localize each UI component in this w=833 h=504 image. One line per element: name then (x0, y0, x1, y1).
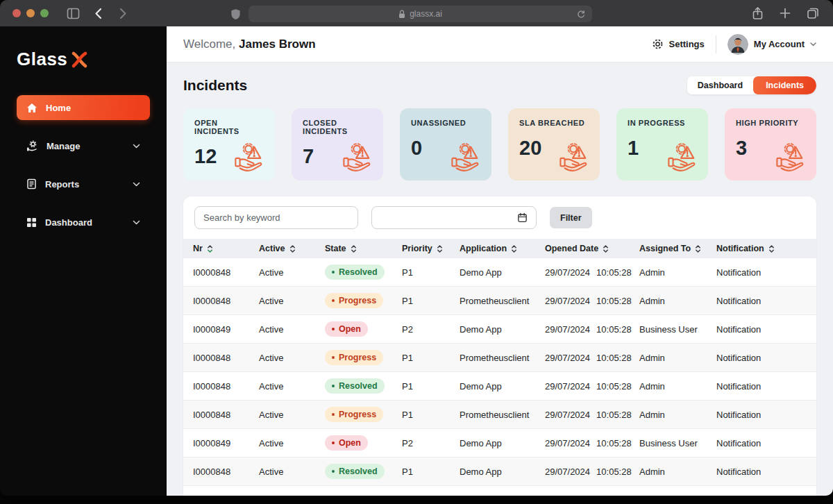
stat-card-sla-breached: SLA BREACHED 20 (508, 108, 600, 180)
stat-label: UNASSIGNED (411, 119, 480, 127)
cell-active: Active (259, 410, 325, 420)
column-header-state[interactable]: State (325, 244, 402, 253)
tab-dashboard[interactable]: Dashboard (687, 76, 753, 94)
reload-button[interactable] (575, 8, 587, 20)
column-header-priority[interactable]: Priority (402, 244, 460, 253)
settings-button[interactable]: Settings (652, 38, 705, 50)
sidebar-item-reports[interactable]: Reports (17, 171, 150, 196)
hand-alert-icon (450, 140, 482, 172)
sidebar-toggle-button[interactable] (64, 4, 82, 22)
dashboard-icon (26, 217, 37, 228)
my-account-button[interactable]: My Account (727, 34, 816, 55)
window-controls (12, 9, 49, 17)
privacy-shield-button[interactable] (226, 5, 244, 23)
zoom-window-button[interactable] (40, 9, 49, 17)
filter-button[interactable]: Filter (550, 207, 592, 228)
settings-label: Settings (669, 39, 705, 49)
cell-application: Prometheusclient (460, 410, 545, 420)
state-badge: Open (325, 435, 368, 451)
stat-label: HIGH PRIORITY (736, 119, 805, 127)
table-row[interactable]: I0000848 Active Progress P1 Prometheuscl… (183, 401, 816, 429)
new-tab-button[interactable] (776, 4, 794, 22)
forward-button[interactable] (114, 4, 132, 22)
column-header-assigned-to[interactable]: Assigned To (639, 244, 716, 253)
search-input[interactable] (194, 206, 358, 229)
cell-nr: I0000848 (193, 467, 259, 477)
cell-active: Active (259, 296, 325, 306)
table-header: Nr Active State (183, 239, 816, 258)
cell-application: Prometheusclient (460, 296, 545, 306)
column-header-active[interactable]: Active (259, 244, 325, 253)
cell-application: Demo App (460, 381, 545, 392)
shield-icon (230, 8, 241, 20)
stat-label: OPEN INCIDENTS (194, 119, 264, 135)
cell-nr: I0000848 (193, 381, 259, 392)
sidebar-nav: Home Manage (0, 95, 167, 235)
column-header-nr[interactable]: Nr (193, 244, 259, 253)
cell-notification: Notification (716, 410, 807, 420)
sidebar-item-label: Manage (47, 141, 80, 151)
cell-notification: Notification (716, 467, 807, 477)
app-logo: Glass (0, 39, 167, 70)
sidebar-item-label: Dashboard (45, 217, 92, 228)
state-badge: Resolved (325, 378, 385, 394)
cell-notification: Notification (716, 324, 807, 335)
sidebar-item-label: Reports (45, 179, 79, 190)
address-bar[interactable]: glassx.ai (249, 6, 592, 22)
tab-incidents[interactable]: Incidents (753, 76, 816, 94)
cell-notification: Notification (716, 296, 807, 306)
cell-assigned-to: Admin (639, 267, 716, 278)
browser-window: glassx.ai (0, 0, 833, 496)
column-header-opened-date[interactable]: Opened Date (545, 244, 639, 253)
cell-nr: I0000848 (193, 267, 259, 278)
close-window-button[interactable] (12, 9, 21, 17)
forward-icon (119, 8, 127, 19)
tab-overview-button[interactable] (804, 4, 822, 22)
column-header-application[interactable]: Application (460, 244, 545, 253)
hand-alert-icon (666, 140, 698, 172)
table-row[interactable]: I0000849 Active Open P2 Demo App 29/07/2… (183, 315, 816, 344)
minimize-window-button[interactable] (26, 9, 35, 17)
stat-label: CLOSED INCIDENTS (303, 119, 372, 135)
cell-nr: I0000849 (193, 438, 259, 448)
back-button[interactable] (89, 4, 107, 22)
chevron-down-icon (133, 144, 140, 149)
chevron-down-icon (810, 42, 816, 47)
share-button[interactable] (748, 4, 766, 22)
cell-notification: Notification (716, 267, 807, 278)
logo-x-icon (69, 50, 90, 69)
sidebar-item-home[interactable]: Home (17, 95, 150, 120)
date-input[interactable] (371, 206, 537, 229)
cell-opened-date: 29/07/202410:05:28 (545, 324, 639, 335)
table-row[interactable]: I0000849 Active Open P2 Demo App 29/07/2… (183, 429, 816, 457)
cell-notification: Notification (716, 353, 807, 363)
table-row[interactable]: I0000848 Active Resolved P1 Demo App 29/… (183, 372, 816, 401)
sidebar-item-manage[interactable]: Manage (17, 133, 150, 158)
table-row[interactable]: I0000848 Active Resolved P1 Demo App 29/… (183, 457, 816, 486)
sort-icon (207, 244, 213, 253)
top-header: Welcome, James Brown Settings (167, 26, 833, 62)
cell-nr: I0000848 (193, 296, 259, 306)
state-badge: Progress (325, 407, 383, 422)
browser-chrome: glassx.ai (0, 0, 833, 26)
chevron-down-icon (133, 220, 140, 225)
cell-priority: P1 (402, 467, 460, 477)
cell-opened-date: 29/07/202410:05:28 (545, 296, 639, 306)
cell-opened-date: 29/07/202410:05:28 (545, 438, 639, 448)
lock-icon (398, 10, 405, 19)
table-body: I0000848 Active Resolved P1 Demo App 29/… (183, 258, 816, 486)
view-toggle: Dashboard Incidents (687, 76, 816, 94)
sort-icon (289, 244, 296, 253)
table-row[interactable]: I0000848 Active Progress P1 Prometheuscl… (183, 344, 816, 372)
cell-nr: I0000848 (193, 353, 259, 363)
cell-active: Active (259, 467, 325, 477)
cell-priority: P1 (402, 353, 460, 363)
sidebar-item-dashboard[interactable]: Dashboard (17, 210, 150, 235)
table-row[interactable]: I0000848 Active Resolved P1 Demo App 29/… (183, 258, 816, 287)
table-row[interactable]: I0000848 Active Progress P1 Prometheuscl… (183, 287, 816, 315)
cell-assigned-to: Business User (639, 438, 716, 448)
sidebar: Glass Home (0, 26, 167, 496)
column-header-notification[interactable]: Notification (716, 244, 807, 253)
cell-assigned-to: Admin (639, 467, 716, 477)
chevron-down-icon (133, 182, 140, 187)
